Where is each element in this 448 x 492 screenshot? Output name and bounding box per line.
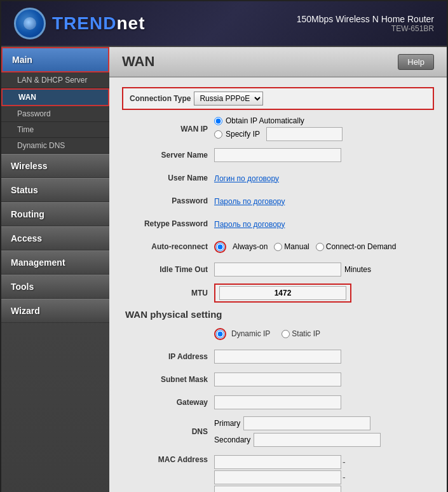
server-name-input[interactable] — [214, 148, 341, 162]
sidebar-item-access[interactable]: Access — [1, 226, 109, 250]
content-header: WAN Help — [109, 47, 447, 78]
dynamic-ip-highlight — [214, 328, 226, 340]
dynamic-ip-radio[interactable] — [216, 330, 224, 338]
mac-sep-3: - — [343, 488, 346, 492]
sidebar-item-tools[interactable]: Tools — [1, 275, 109, 299]
mtu-label: MTU — [122, 289, 214, 297]
mtu-input[interactable] — [219, 286, 346, 300]
product-info: 150Mbps Wireless N Home Router TEW-651BR — [297, 14, 434, 33]
specify-ip-input[interactable] — [266, 127, 343, 141]
sidebar-subitem-wan[interactable]: WAN — [1, 88, 109, 106]
content-area: WAN Help Connection Type Russia PPPoE WA… — [109, 47, 447, 492]
dns-row: DNS Primary Secondary — [122, 416, 434, 447]
manual-radio[interactable] — [274, 243, 282, 251]
sidebar-subitem-dynamic-dns[interactable]: Dynamic DNS — [1, 138, 109, 154]
mtu-box — [214, 284, 351, 303]
gateway-input[interactable] — [214, 395, 341, 409]
ip-address-control — [214, 350, 434, 364]
manual-label: Manual — [284, 242, 309, 251]
sidebar-item-wizard[interactable]: Wizard — [1, 299, 109, 323]
static-ip-radio[interactable] — [282, 330, 290, 338]
sidebar-item-main[interactable]: Main — [1, 47, 109, 72]
dns-control: Primary Secondary — [214, 416, 434, 447]
connect-on-demand-radio[interactable] — [316, 243, 324, 251]
manual-option[interactable]: Manual — [274, 242, 309, 251]
subnet-mask-row: Subnet Mask — [122, 371, 434, 388]
mac-inputs: - - - - - — [214, 455, 434, 492]
form-area: Connection Type Russia PPPoE WAN IP Obta… — [109, 78, 447, 492]
ip-address-input[interactable] — [214, 350, 341, 364]
help-button[interactable]: Help — [398, 54, 434, 70]
mac-octet-2[interactable] — [214, 470, 341, 484]
mac-sep-2: - — [343, 472, 346, 482]
connection-type-row: Connection Type Russia PPPoE — [122, 87, 434, 110]
always-on-radio-highlight — [214, 241, 226, 253]
subnet-mask-control — [214, 372, 434, 386]
static-ip-option[interactable]: Static IP — [282, 329, 320, 338]
minutes-label: Minutes — [344, 265, 371, 274]
ip-address-row: IP Address — [122, 348, 434, 366]
wan-ip-label: WAN IP — [122, 125, 214, 133]
connection-type-label: Connection Type — [130, 94, 191, 103]
auto-reconnect-options: Always-on Manual Connect-on Demand — [214, 241, 434, 253]
idle-timeout-label: Idle Time Out — [122, 265, 214, 274]
password-control: Пароль по договору — [214, 196, 434, 206]
sidebar-item-management[interactable]: Management — [1, 250, 109, 275]
mac-octet-3[interactable] — [214, 486, 341, 492]
brand-name: TRENDnet — [52, 13, 145, 34]
brand-prefix: TREND — [52, 13, 116, 33]
wan-ip-options: Obtain IP Automatically Specify IP — [214, 116, 434, 141]
dns-secondary-row: Secondary — [214, 433, 434, 447]
logo-inner — [24, 17, 36, 30]
model-number: TEW-651BR — [297, 24, 434, 33]
connection-type-select[interactable]: Russia PPPoE — [194, 92, 263, 106]
dns-secondary-input[interactable] — [254, 433, 381, 447]
mtu-control — [214, 284, 434, 303]
always-on-label: Always-on — [233, 242, 268, 251]
mac-address-label: MAC Address — [122, 455, 214, 464]
server-name-label: Server Name — [122, 151, 214, 160]
obtain-ip-option[interactable]: Obtain IP Automatically — [214, 116, 434, 125]
sidebar-subitem-password[interactable]: Password — [1, 106, 109, 122]
password-link[interactable]: Пароль по договору — [214, 197, 285, 206]
sidebar-subitem-time[interactable]: Time — [1, 122, 109, 138]
mac-address-row: MAC Address - - - - - — [122, 452, 434, 492]
subnet-mask-label: Subnet Mask — [122, 375, 214, 384]
always-on-radio[interactable] — [216, 243, 224, 251]
dns-label: DNS — [122, 427, 214, 436]
user-name-link[interactable]: Логин по договору — [214, 174, 279, 183]
auto-reconnect-label: Auto-reconnect — [122, 242, 214, 251]
sidebar-item-wireless[interactable]: Wireless — [1, 154, 109, 178]
wan-physical-title: WAN physical setting — [122, 309, 434, 320]
sidebar-item-status[interactable]: Status — [1, 178, 109, 202]
brand-suffix: net — [116, 13, 145, 33]
main-layout: Main LAN & DHCP Server WAN Password Time… — [1, 47, 447, 492]
dns-primary-label: Primary — [214, 419, 240, 428]
ip-type-row: Dynamic IP Static IP — [122, 325, 434, 343]
dns-primary-input[interactable] — [243, 416, 370, 430]
mtu-row: MTU — [122, 284, 434, 303]
password-label: Password — [122, 196, 214, 205]
idle-timeout-row: Idle Time Out Minutes — [122, 261, 434, 278]
retype-password-label: Retype Password — [122, 219, 214, 228]
dns-primary-row: Primary — [214, 416, 434, 430]
logo-area: TRENDnet — [14, 8, 145, 39]
dynamic-ip-label: Dynamic IP — [231, 329, 270, 338]
idle-timeout-input[interactable] — [214, 263, 341, 277]
static-ip-label: Static IP — [292, 329, 320, 338]
gateway-label: Gateway — [122, 398, 214, 407]
trendnet-logo-icon — [14, 8, 46, 39]
obtain-ip-radio[interactable] — [214, 117, 222, 125]
retype-password-link[interactable]: Пароль по договору — [214, 220, 285, 229]
specify-ip-option[interactable]: Specify IP — [214, 127, 434, 141]
subnet-mask-input[interactable] — [214, 372, 341, 386]
router-frame: TRENDnet 150Mbps Wireless N Home Router … — [0, 0, 448, 492]
sidebar-item-routing[interactable]: Routing — [1, 202, 109, 226]
ip-address-label: IP Address — [122, 352, 214, 361]
sidebar-subitem-lan-dhcp[interactable]: LAN & DHCP Server — [1, 72, 109, 88]
connect-on-demand-option[interactable]: Connect-on Demand — [316, 242, 397, 251]
idle-timeout-control: Minutes — [214, 263, 434, 277]
header: TRENDnet 150Mbps Wireless N Home Router … — [1, 1, 447, 47]
mac-octet-1[interactable] — [214, 455, 341, 469]
specify-ip-radio[interactable] — [214, 130, 222, 139]
